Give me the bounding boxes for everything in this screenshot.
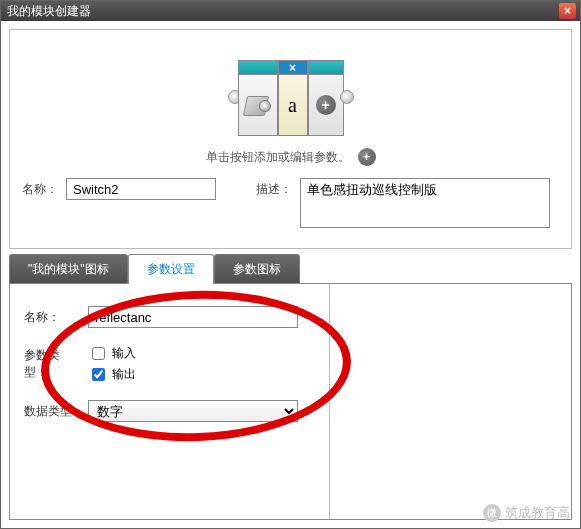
param-name-row: 名称：	[24, 306, 315, 328]
param-type-output-checkbox[interactable]	[92, 368, 105, 381]
param-datatype-select[interactable]: 数字	[88, 400, 298, 422]
tab-param-settings[interactable]: 参数设置	[128, 254, 214, 284]
block-name-input[interactable]	[66, 178, 216, 200]
content-area: × a + 单击按钮添加或编辑参数。	[1, 21, 580, 528]
block-stack: × a +	[238, 60, 344, 136]
param-type-input-checkbox[interactable]	[92, 347, 105, 360]
param-name-label: 名称：	[24, 309, 80, 326]
block-preview: × a +	[10, 30, 571, 142]
hint-row: 单击按钮添加或编辑参数。 +	[10, 142, 571, 168]
connector-peg-right-icon	[340, 90, 354, 104]
param-type-input-option[interactable]: 输入	[88, 344, 136, 363]
block-segment-add[interactable]: +	[308, 60, 344, 136]
hint-plus-icon[interactable]: +	[358, 148, 376, 166]
titlebar: 我的模块创建器 ×	[1, 1, 580, 21]
block-segment-param[interactable]: × a	[278, 60, 308, 136]
param-datatype-label: 数据类型	[24, 403, 80, 420]
param-close-icon[interactable]: ×	[289, 61, 296, 75]
my-block-builder-window: 我的模块创建器 × ×	[0, 0, 581, 529]
param-panel: 名称： 参数类型： 输入 输出	[9, 283, 572, 520]
param-type-label: 参数类型：	[24, 347, 80, 381]
hint-text: 单击按钮添加或编辑参数。	[206, 149, 350, 166]
param-panel-right	[330, 284, 571, 519]
param-datatype-row: 数据类型 数字	[24, 400, 315, 422]
name-label: 名称：	[22, 178, 58, 198]
close-icon: ×	[564, 4, 571, 18]
tab-param-icon[interactable]: 参数图标	[214, 254, 300, 284]
block-preview-panel: × a + 单击按钮添加或编辑参数。	[9, 29, 572, 249]
tab-bar: "我的模块"图标 参数设置 参数图标	[9, 253, 572, 283]
name-desc-row: 名称： 描述：	[10, 168, 571, 238]
plus-icon[interactable]: +	[316, 95, 336, 115]
block-segment-main[interactable]	[238, 60, 278, 136]
window-title: 我的模块创建器	[7, 3, 559, 20]
param-type-row: 参数类型： 输入 输出	[24, 344, 315, 384]
tab-my-block-icon[interactable]: "我的模块"图标	[9, 254, 128, 284]
param-letter: a	[288, 94, 297, 117]
desc-label: 描述：	[256, 178, 292, 198]
param-name-input[interactable]	[88, 306, 298, 328]
close-button[interactable]: ×	[559, 3, 576, 19]
block-desc-input[interactable]	[300, 178, 550, 228]
param-type-output-option[interactable]: 输出	[88, 365, 136, 384]
param-form: 名称： 参数类型： 输入 输出	[10, 284, 330, 519]
motor-icon	[243, 92, 273, 118]
